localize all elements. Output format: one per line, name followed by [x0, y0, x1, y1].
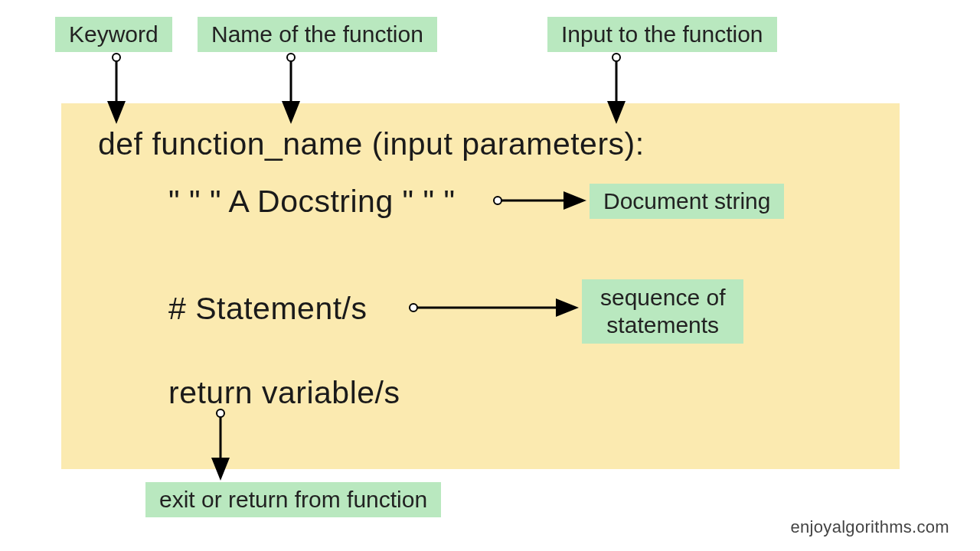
label-statements: sequence of statements	[582, 279, 743, 344]
label-keyword: Keyword	[55, 17, 172, 52]
watermark: enjoyalgorithms.com	[791, 517, 949, 537]
code-docstring-line: " " " A Docstring " " "	[168, 184, 456, 220]
code-def-line: def function_name (input parameters):	[98, 126, 645, 162]
code-statement-line: # Statement/s	[168, 291, 367, 327]
svg-point-2	[287, 54, 295, 61]
label-function-name: Name of the function	[198, 17, 437, 52]
code-return-line: return variable/s	[168, 375, 400, 411]
label-input: Input to the function	[547, 17, 777, 52]
label-statements-l1: sequence of	[600, 285, 725, 310]
label-return: exit or return from function	[145, 482, 441, 517]
svg-point-0	[113, 54, 120, 61]
label-document-string: Document string	[590, 184, 784, 219]
svg-point-4	[612, 54, 620, 61]
label-statements-l2: statements	[606, 312, 719, 337]
